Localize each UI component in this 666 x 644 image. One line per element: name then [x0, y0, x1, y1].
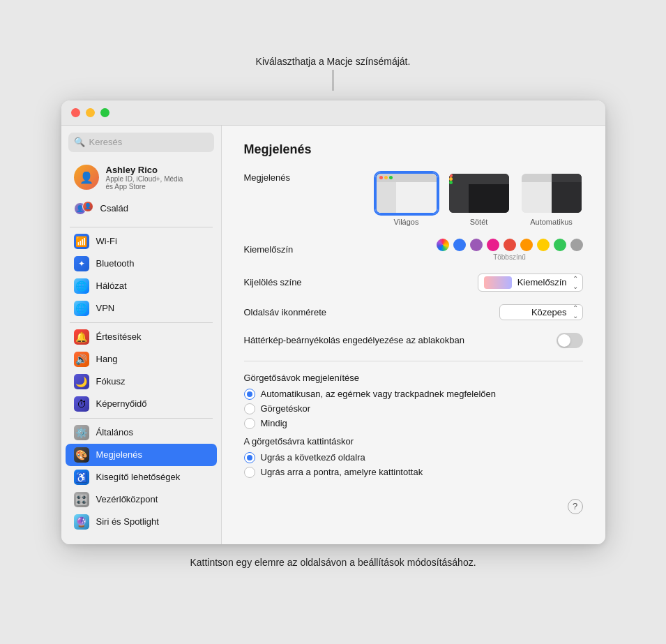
appearance-setting-row: Megjelenés	[244, 172, 583, 226]
user-name: Ashley Rico	[106, 165, 183, 175]
swatch-multicolor[interactable]	[437, 239, 449, 251]
family-avatar-2: 👤	[82, 201, 93, 212]
sidebar-label-control: Vezérlőközpont	[96, 494, 158, 504]
swatch-yellow[interactable]	[537, 239, 550, 251]
sidebar-icon-dropdown[interactable]: Közepes ⌃⌄	[499, 304, 583, 320]
annotation-top: Kiválaszthatja a Macje színsémáját.	[256, 56, 411, 91]
sidebar-icon-value: Közepes	[531, 307, 567, 317]
swatch-purple[interactable]	[470, 239, 483, 251]
sidebar-item-accessibility[interactable]: ♿ Kisegítő lehetőségek	[66, 466, 217, 488]
selection-color-dropdown[interactable]: Kiemelőszín ⌃⌄	[478, 274, 583, 292]
sidebar-label-network: Hálózat	[96, 280, 127, 291]
separator-1	[244, 361, 583, 361]
scrollbar-option-auto[interactable]: Automatikusan, az egérnek vagy trackpadn…	[244, 389, 583, 400]
sidebar-item-bluetooth[interactable]: ✦ Bluetooth	[66, 253, 217, 275]
scrollbar-group: Görgetősávok megjelenítése Automatikusan…	[244, 373, 583, 429]
swatch-gray[interactable]	[570, 239, 583, 251]
appearance-options: Világos	[375, 172, 583, 226]
user-info: Ashley Rico Apple ID, iCloud+, Médiaés A…	[106, 165, 183, 190]
vpn-icon: 🌐	[74, 301, 89, 316]
chevron-down-icon-2: ⌃⌄	[573, 304, 578, 320]
search-bar[interactable]: 🔍 Keresés	[68, 133, 214, 152]
appearance-option-auto[interactable]: Automatikus	[520, 172, 583, 226]
appearance-name-dark: Sötét	[470, 218, 488, 226]
swatch-pink[interactable]	[487, 239, 499, 251]
sidebar-item-sound[interactable]: 🔊 Hang	[66, 348, 217, 370]
sidebar-label-notifications: Értesítések	[96, 331, 142, 342]
sidebar-item-wifi[interactable]: 📶 Wi-Fi	[66, 230, 217, 253]
window: 🔍 Keresés 👤 Ashley Rico Apple ID, iCloud…	[61, 100, 605, 544]
scrollbar-label-scroll: Görgetéskor	[261, 403, 311, 414]
section-title: Megjelenés	[244, 142, 583, 157]
avatar: 👤	[74, 165, 99, 190]
scroll-click-label-here: Ugrás arra a pontra, amelyre kattintotta…	[261, 467, 423, 477]
scrollbar-option-scroll[interactable]: Görgetéskor	[244, 403, 583, 414]
appearance-option-dark[interactable]: Sötét	[448, 172, 510, 226]
sidebar-item-focus[interactable]: 🌙 Fókusz	[66, 370, 217, 393]
titlebar	[61, 100, 605, 126]
scroll-click-radio-here[interactable]	[244, 467, 255, 478]
divider-3	[70, 418, 213, 419]
sound-icon: 🔊	[74, 352, 89, 367]
wallpaper-shadow-row: Háttérkép-beárnyékolás engedélyezése az …	[244, 333, 583, 348]
swatch-green[interactable]	[554, 239, 566, 251]
scrollbar-radio-scroll[interactable]	[244, 403, 255, 414]
sidebar-item-family[interactable]: 👤 👤 Család	[66, 197, 217, 220]
sidebar-label-wifi: Wi-Fi	[96, 236, 117, 246]
notifications-icon: 🔔	[74, 329, 89, 345]
sidebar-label-general: Általános	[96, 427, 133, 437]
user-subtitle: Apple ID, iCloud+, Médiaés App Store	[106, 175, 183, 190]
accessibility-icon: ♿	[74, 470, 89, 485]
bluetooth-icon: ✦	[74, 256, 89, 271]
main-content: 🔍 Keresés 👤 Ashley Rico Apple ID, iCloud…	[61, 126, 605, 544]
radio-inner-next	[247, 455, 252, 460]
sidebar-icon-label: Oldalsáv ikonmérete	[244, 307, 327, 317]
search-icon: 🔍	[74, 137, 85, 147]
chevron-down-icon: ⌃⌄	[573, 275, 578, 290]
scroll-click-option-next[interactable]: Ugrás a következő oldalra	[244, 452, 583, 463]
minimize-button[interactable]	[86, 108, 95, 117]
close-button[interactable]	[71, 108, 80, 117]
sidebar-label-appearance: Megjelenés	[96, 449, 143, 460]
appearance-option-light[interactable]: Világos	[375, 172, 438, 226]
sidebar-item-appearance[interactable]: 🎨 Megjelenés	[66, 444, 217, 466]
scrollbar-option-always[interactable]: Mindig	[244, 418, 583, 429]
selection-color-row: Kijelölés színe Kiemelőszín ⌃⌄	[244, 274, 583, 292]
scrollbar-radio-auto[interactable]	[244, 389, 255, 400]
sidebar-item-network[interactable]: 🌐 Hálózat	[66, 275, 217, 297]
scroll-click-group: A görgetősávra kattintáskor Ugrás a köve…	[244, 436, 583, 478]
sidebar-item-vpn[interactable]: 🌐 VPN	[66, 297, 217, 320]
swatch-red[interactable]	[504, 239, 516, 251]
swatch-orange[interactable]	[520, 239, 533, 251]
sidebar-item-notifications[interactable]: 🔔 Értesítések	[66, 326, 217, 348]
swatch-blue[interactable]	[453, 239, 466, 251]
sidebar-item-control[interactable]: 🎛️ Vezérlőközpont	[66, 488, 217, 511]
appearance-thumbnail-light	[375, 172, 438, 214]
user-section[interactable]: 👤 Ashley Rico Apple ID, iCloud+, Médiaés…	[66, 160, 217, 195]
sidebar-label-vpn: VPN	[96, 303, 115, 313]
appearance-thumbnail-auto	[520, 172, 583, 214]
scroll-click-option-here[interactable]: Ugrás arra a pontra, amelyre kattintotta…	[244, 467, 583, 478]
annotation-bottom: Kattintson egy elemre az oldalsávon a be…	[190, 557, 476, 568]
wallpaper-shadow-toggle[interactable]	[557, 333, 583, 348]
screentime-icon: ⏱	[74, 396, 89, 412]
scrollbar-radio-always[interactable]	[244, 418, 255, 429]
appearance-name-light: Világos	[394, 218, 419, 226]
scrollbar-group-title: Görgetősávok megjelenítése	[244, 373, 583, 383]
wifi-icon: 📶	[74, 234, 89, 249]
control-icon: 🎛️	[74, 492, 89, 507]
divider-2	[70, 322, 213, 323]
wallpaper-shadow-label: Háttérkép-beárnyékolás engedélyezése az …	[244, 335, 465, 345]
maximize-button[interactable]	[100, 108, 109, 117]
divider-1	[70, 227, 213, 227]
swatch-label-multicolor: Többszínű	[493, 253, 526, 261]
scroll-click-radio-next[interactable]	[244, 452, 255, 463]
sidebar-item-general[interactable]: ⚙️ Általános	[66, 421, 217, 444]
network-icon: 🌐	[74, 278, 89, 294]
highlight-color-row: Kiemelőszín Többszínű	[244, 239, 583, 261]
appearance-thumbnail-dark	[448, 172, 510, 214]
sidebar-item-siri[interactable]: 🔮 Siri és Spotlight	[66, 511, 217, 533]
help-button[interactable]: ?	[568, 499, 583, 514]
sidebar: 🔍 Keresés 👤 Ashley Rico Apple ID, iCloud…	[61, 126, 222, 544]
sidebar-item-screentime[interactable]: ⏱ Képernyőidő	[66, 393, 217, 415]
